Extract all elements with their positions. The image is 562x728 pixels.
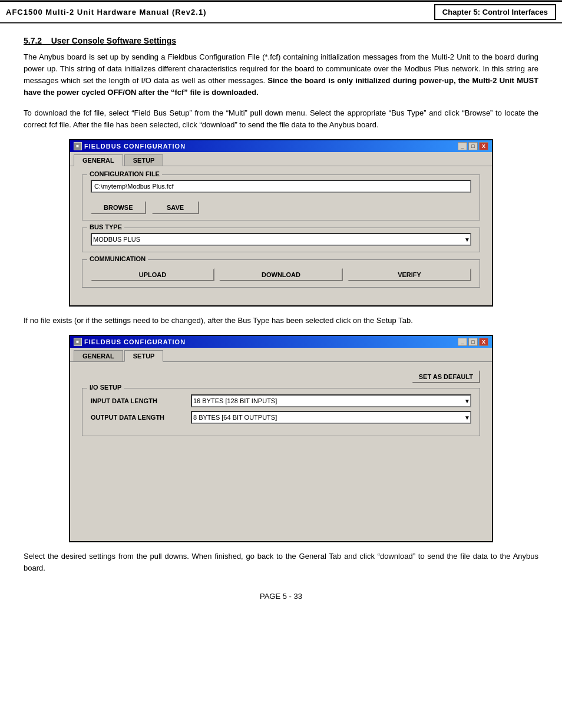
dialog-1-minimize-btn[interactable]: _ [458, 142, 467, 150]
communication-label: Communication [87, 255, 148, 262]
dialog-empty-area [82, 436, 480, 531]
config-file-input[interactable] [91, 180, 471, 193]
dialog-1-titlebar-left: ■ Fieldbus Configuration [74, 142, 186, 150]
dialog-2: ■ Fieldbus Configuration _ □ X General S… [69, 335, 493, 542]
communication-group: Communication Upload Download Verify [82, 259, 480, 288]
dialog-2-titlebar: ■ Fieldbus Configuration _ □ X [70, 336, 492, 348]
dialog-1-tabs: General Setup [70, 152, 492, 166]
comm-btn-row: Upload Download Verify [91, 268, 471, 281]
bus-type-select[interactable]: MODBUS PLUS [91, 233, 471, 246]
chapter-label: Chapter 5: Control Interfaces [434, 4, 556, 20]
dialog-1-controls: _ □ X [458, 142, 488, 150]
dialog-1-titlebar: ■ Fieldbus Configuration _ □ X [70, 140, 492, 152]
dialog-2-titlebar-left: ■ Fieldbus Configuration [74, 338, 186, 346]
browse-button[interactable]: Browse [91, 201, 146, 214]
download-button[interactable]: Download [219, 268, 343, 281]
paragraph-1: The Anybus board is set up by sending a … [24, 51, 538, 99]
input-data-select[interactable]: 16 BYTES [128 BIT INPUTS] [191, 394, 471, 407]
bus-type-label: Bus Type [87, 223, 124, 230]
page-number: PAGE 5 - 33 [260, 592, 302, 601]
dialog-2-body: Set As Default I/O Setup Input Data Leng… [70, 362, 492, 541]
dialog-1-title: Fieldbus Configuration [84, 143, 186, 150]
dialog-2-tab-general[interactable]: General [74, 350, 123, 361]
upload-button[interactable]: Upload [91, 268, 214, 281]
dialog-1-close-btn[interactable]: X [479, 142, 488, 150]
dialog-2-maximize-btn[interactable]: □ [468, 338, 478, 346]
dialog-1-tab-setup[interactable]: Setup [124, 154, 164, 166]
bus-type-group: Bus Type MODBUS PLUS ▼ [82, 228, 480, 252]
set-as-default-button[interactable]: Set As Default [412, 370, 480, 383]
config-btn-row: Browse Save [91, 201, 471, 214]
dialog-2-minimize-btn[interactable]: _ [458, 338, 467, 346]
output-data-label: Output Data Length [91, 414, 185, 421]
input-data-label: Input Data Length [91, 397, 185, 404]
page-header: AFC1500 Multi-2 Unit Hardware Manual (Re… [0, 0, 562, 24]
dialog-1-maximize-btn[interactable]: □ [468, 142, 478, 150]
page-content: 5.7.2 User Console Software Settings The… [0, 24, 562, 618]
io-setup-label: I/O Setup [87, 384, 124, 391]
bus-type-select-wrapper: MODBUS PLUS ▼ [91, 233, 471, 246]
section-title: User Console Software Settings [51, 36, 176, 45]
io-setup-group: I/O Setup Input Data Length 16 BYTES [12… [82, 388, 480, 436]
page-footer: PAGE 5 - 33 [24, 586, 538, 601]
dialog-1-icon: ■ [74, 142, 82, 150]
dialog-2-icon: ■ [74, 338, 82, 346]
output-data-select[interactable]: 8 BYTES [64 BIT OUTPUTS] [191, 411, 471, 424]
paragraph-3: If no file exists (or if the settings ne… [24, 315, 538, 327]
input-data-row: Input Data Length 16 BYTES [128 BIT INPU… [91, 394, 471, 407]
input-data-select-wrapper: 16 BYTES [128 BIT INPUTS] ▼ [191, 394, 471, 407]
dialog-2-tabs: General Setup [70, 348, 492, 362]
dialog-2-title: Fieldbus Configuration [84, 338, 186, 345]
paragraph-2: To download the fcf file, select “Field … [24, 107, 538, 131]
dialog-1-tab-general[interactable]: General [74, 154, 123, 166]
header-title: AFC1500 Multi-2 Unit Hardware Manual (Re… [6, 4, 206, 20]
output-data-row: Output Data Length 8 BYTES [64 BIT OUTPU… [91, 411, 471, 424]
dialog-1-body: Configuration File Browse Save Bus Type … [70, 166, 492, 305]
dialog-2-controls: _ □ X [458, 338, 488, 346]
paragraph-4: Select the desired settings from the pul… [24, 551, 538, 574]
config-file-group: Configuration File Browse Save [82, 174, 480, 220]
save-button[interactable]: Save [152, 201, 199, 214]
setup-header-row: Set As Default [82, 370, 480, 383]
dialog-2-close-btn[interactable]: X [479, 338, 488, 346]
verify-button[interactable]: Verify [348, 268, 471, 281]
output-data-select-wrapper: 8 BYTES [64 BIT OUTPUTS] ▼ [191, 411, 471, 424]
dialog-2-tab-setup[interactable]: Setup [124, 350, 164, 362]
config-file-label: Configuration File [87, 170, 162, 177]
section-heading: 5.7.2 User Console Software Settings [24, 36, 538, 45]
dialog-1: ■ Fieldbus Configuration _ □ X General S… [69, 139, 493, 307]
section-number: 5.7.2 [24, 36, 42, 45]
